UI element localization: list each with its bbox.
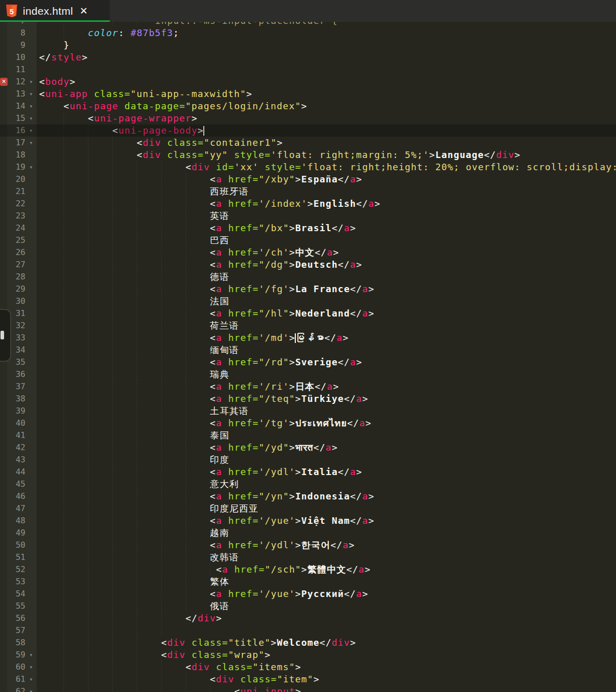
code-text[interactable]: 改韩语 bbox=[37, 551, 616, 563]
code-text[interactable]: input::-ms-input-placeholder { bbox=[37, 22, 616, 27]
code-text[interactable]: 英语 bbox=[37, 210, 616, 222]
tab-index-html[interactable]: 5 index.html ✕ bbox=[0, 0, 110, 22]
indent-guide bbox=[161, 588, 162, 600]
code-text[interactable]: 缅甸语 bbox=[37, 344, 616, 356]
code-token: </ bbox=[338, 259, 350, 270]
code-text[interactable]: <a href='/tg'>ประเทศไทย</a> bbox=[37, 417, 616, 429]
code-line-44: 44<a href='/ydl'>Italia</a> bbox=[0, 466, 616, 478]
code-text[interactable]: <a href='/fg'>La France</a> bbox=[37, 283, 616, 295]
code-text[interactable]: <a href="/yn">Indonesia</a> bbox=[37, 490, 616, 502]
code-text[interactable]: <a href="/bx">Brasil</a> bbox=[37, 222, 616, 234]
code-text[interactable] bbox=[37, 64, 616, 76]
code-text[interactable]: <uni-page-wrapper> bbox=[37, 112, 616, 124]
indent-guide bbox=[64, 624, 64, 637]
fold-arrow-icon[interactable]: ▾ bbox=[25, 161, 37, 173]
code-token: href= bbox=[234, 564, 265, 575]
code-text[interactable]: <a href='/index'>English</a> bbox=[37, 198, 616, 210]
code-text[interactable]: <uni-app class="uni-app--maxwidth"> bbox=[37, 88, 616, 100]
code-text[interactable]: 意大利 bbox=[37, 478, 616, 490]
code-text[interactable]: 巴西 bbox=[37, 234, 616, 246]
gutter-strip bbox=[0, 405, 7, 417]
code-text[interactable]: } bbox=[37, 39, 616, 51]
code-text[interactable]: <a href="/sch">繁體中文</a> bbox=[37, 563, 616, 576]
code-text[interactable]: <a href="/dg">Deutsch</a> bbox=[37, 259, 616, 271]
code-text[interactable]: 印度尼西亚 bbox=[37, 502, 616, 515]
code-text[interactable]: 瑞典 bbox=[37, 368, 616, 381]
code-text[interactable]: 越南 bbox=[37, 527, 616, 539]
code-text[interactable]: <a href='/ch'>中文</a> bbox=[37, 246, 616, 259]
indent-guide bbox=[161, 185, 162, 198]
code-text[interactable]: color: #87b5f3; bbox=[37, 27, 616, 39]
code-token: < bbox=[210, 174, 216, 184]
fold-arrow-icon[interactable]: ▾ bbox=[25, 685, 37, 692]
code-token: > bbox=[356, 357, 362, 367]
error-icon[interactable]: ✕ bbox=[0, 78, 8, 86]
close-icon[interactable]: ✕ bbox=[80, 6, 88, 16]
indent-guide bbox=[137, 539, 137, 551]
code-text[interactable]: 德语 bbox=[37, 271, 616, 283]
code-text[interactable]: <uni-page data-page="pages/login/index"> bbox=[37, 100, 616, 112]
code-token: </ bbox=[350, 515, 362, 526]
code-text[interactable] bbox=[37, 624, 616, 637]
code-token: "yy" bbox=[204, 149, 228, 160]
indent-guide bbox=[137, 271, 137, 283]
fold-arrow-icon[interactable]: ▾ bbox=[25, 76, 37, 88]
code-text[interactable]: <a href='/ydl'>한국어</a> bbox=[37, 539, 616, 551]
code-text[interactable]: <a href='/yue'>Việt Nam</a> bbox=[37, 515, 616, 527]
fold-arrow-icon[interactable]: ▾ bbox=[25, 112, 37, 124]
code-text[interactable]: <div class="items"> bbox=[37, 661, 616, 673]
code-text[interactable]: <a href="/hl">Nederland</a> bbox=[37, 307, 616, 320]
code-text[interactable]: <uni-input> bbox=[37, 685, 616, 692]
code-text[interactable]: <div class="item"> bbox=[37, 673, 616, 685]
code-text[interactable]: 印度 bbox=[37, 454, 616, 466]
code-token: 'float: right;margin: 5%;' bbox=[271, 149, 429, 160]
fold-arrow-icon[interactable]: ▾ bbox=[25, 88, 37, 100]
code-text[interactable]: <div class="yy" style='float: right;marg… bbox=[37, 149, 616, 161]
code-text[interactable]: <div id='xx' style='float: right;height:… bbox=[37, 161, 616, 173]
code-text[interactable]: </style> bbox=[37, 51, 616, 64]
code-line-50: 50<a href='/ydl'>한국어</a> bbox=[0, 539, 616, 551]
code-text[interactable]: <a href='/ydl'>Italia</a> bbox=[37, 466, 616, 478]
fold-arrow-icon[interactable]: ▾ bbox=[25, 673, 37, 685]
code-text[interactable]: <div class="title">Welcome</div> bbox=[37, 637, 616, 649]
code-text[interactable]: <body> bbox=[37, 76, 616, 88]
indent-guide bbox=[88, 539, 88, 551]
code-text[interactable]: 繁体 bbox=[37, 576, 616, 588]
indent-guide bbox=[161, 198, 162, 210]
code-text[interactable]: 俄语 bbox=[37, 600, 616, 612]
fold-arrow-icon[interactable]: ▾ bbox=[25, 661, 37, 673]
fold-arrow-icon[interactable]: ▾ bbox=[25, 649, 37, 661]
indent-guide bbox=[64, 344, 64, 356]
fold-arrow-icon[interactable]: ▾ bbox=[25, 124, 37, 137]
fold-spacer bbox=[25, 381, 37, 393]
line-number: 20 bbox=[7, 173, 25, 185]
edge-overlay-widget[interactable] bbox=[0, 309, 11, 362]
fold-arrow-icon[interactable]: ▾ bbox=[25, 137, 37, 149]
code-token: a bbox=[216, 223, 222, 233]
code-text[interactable]: 泰国 bbox=[37, 429, 616, 442]
code-text[interactable]: <a href="/teq">Türkiye</a> bbox=[37, 393, 616, 405]
code-text[interactable]: <a href='/yue'>Русский</a> bbox=[37, 588, 616, 600]
code-text[interactable]: <div class="container1"> bbox=[37, 137, 616, 149]
code-text[interactable]: <a href="/yd">भारत</a> bbox=[37, 442, 616, 454]
code-text[interactable]: <a href='/ri'>日本</a> bbox=[37, 381, 616, 393]
code-text[interactable]: <a href="/rd">Sverige</a> bbox=[37, 356, 616, 368]
fold-arrow-icon[interactable]: ▾ bbox=[25, 100, 37, 112]
code-text[interactable]: 土耳其语 bbox=[37, 405, 616, 417]
code-text[interactable]: <div class="wrap"> bbox=[37, 649, 616, 661]
code-text[interactable]: 西班牙语 bbox=[37, 185, 616, 198]
code-text[interactable]: <uni-page-body> bbox=[37, 124, 616, 137]
code-line-19: 19▾<div id='xx' style='float: right;heig… bbox=[0, 161, 616, 173]
indent-guide bbox=[88, 295, 88, 307]
gutter-strip bbox=[0, 612, 7, 624]
code-token: "title" bbox=[228, 637, 271, 648]
line-number: 27 bbox=[7, 259, 25, 271]
line-number: 42 bbox=[7, 442, 25, 454]
indent-guide bbox=[64, 600, 64, 612]
code-text[interactable]: <a href='/md'>မြန်မာ</a> bbox=[37, 332, 616, 344]
code-token: } bbox=[64, 40, 70, 50]
code-text[interactable]: <a href="/xby">España</a> bbox=[37, 173, 616, 185]
code-text[interactable]: 荷兰语 bbox=[37, 320, 616, 332]
code-text[interactable]: 法国 bbox=[37, 295, 616, 307]
code-text[interactable]: </div> bbox=[37, 612, 616, 624]
